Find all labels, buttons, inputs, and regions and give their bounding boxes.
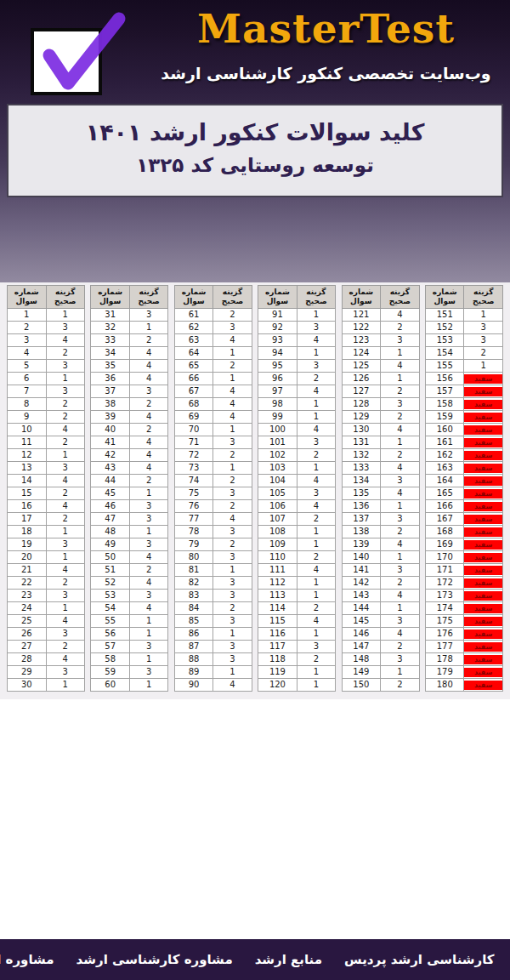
correct-option-cell: 3 xyxy=(46,666,85,679)
answer-row: 1241 xyxy=(342,347,419,360)
question-number-cell: 51 xyxy=(91,564,130,577)
question-number-cell: 10 xyxy=(8,424,47,436)
correct-option-cell: 1 xyxy=(213,666,252,679)
question-number-cell: 70 xyxy=(174,424,213,436)
question-number-cell: 27 xyxy=(8,641,47,653)
question-number-cell: 34 xyxy=(91,347,130,360)
question-number-cell: 175 xyxy=(425,615,464,628)
answer-row: 1044 xyxy=(258,475,336,487)
question-number-cell: 46 xyxy=(91,500,130,513)
question-number-cell: 74 xyxy=(174,475,213,487)
question-number-cell: 146 xyxy=(342,628,381,641)
correct-option-cell: 3 xyxy=(381,475,420,487)
answer-row: 170سفید xyxy=(425,551,502,564)
answer-row: 962 xyxy=(258,373,336,385)
question-number-cell: 61 xyxy=(174,309,213,322)
answer-row: 661 xyxy=(174,373,252,385)
answer-row: 1472 xyxy=(342,641,419,653)
correct-option-cell: 3 xyxy=(381,398,420,411)
question-number-cell: 62 xyxy=(174,322,213,334)
answer-row: 883 xyxy=(174,653,252,666)
correct-option-cell: 1 xyxy=(297,666,336,679)
correct-option-cell: سفید xyxy=(464,577,503,590)
question-number-cell: 141 xyxy=(342,564,381,577)
question-number-header: شماره سوال xyxy=(174,286,213,309)
question-number-cell: 79 xyxy=(174,538,213,551)
question-number-cell: 26 xyxy=(8,628,47,641)
question-number-cell: 113 xyxy=(258,590,298,602)
answer-row: 524 xyxy=(91,577,168,590)
correct-option-cell: 2 xyxy=(129,475,168,487)
question-number-cell: 111 xyxy=(258,564,298,577)
footer-link-moshavere-arshad[interactable]: مشاوره کارشناسی ارشد xyxy=(76,952,233,967)
correct-option-cell: 2 xyxy=(129,334,168,347)
answer-row: 164سفید xyxy=(425,475,502,487)
answer-row: 180سفید xyxy=(425,679,502,692)
question-number-cell: 18 xyxy=(8,526,47,538)
correct-option-cell: 2 xyxy=(213,602,252,615)
question-number-cell: 40 xyxy=(91,424,130,436)
answer-row: 166سفید xyxy=(425,500,502,513)
answer-row: 172 xyxy=(8,513,85,526)
answer-row: 1434 xyxy=(342,590,419,602)
correct-option-cell: سفید xyxy=(464,564,503,577)
correct-option-cell: 1 xyxy=(129,615,168,628)
question-number-cell: 83 xyxy=(174,590,213,602)
correct-option-cell: 3 xyxy=(129,385,168,398)
answer-row: 1222 xyxy=(342,322,419,334)
correct-option-cell: 4 xyxy=(381,462,420,475)
question-number-cell: 135 xyxy=(342,487,381,500)
correct-option-cell: 4 xyxy=(381,309,420,322)
correct-option-cell: سفید xyxy=(464,602,503,615)
answer-row: 73 xyxy=(8,385,85,398)
question-number-cell: 9 xyxy=(8,411,47,424)
answer-row: 82 xyxy=(8,398,85,411)
question-number-header: شماره سوال xyxy=(258,286,298,309)
question-number-cell: 54 xyxy=(91,602,130,615)
question-number-cell: 64 xyxy=(174,347,213,360)
footer-link-manabe-arshad[interactable]: منابع ارشد xyxy=(255,952,322,967)
question-number-cell: 172 xyxy=(425,577,464,590)
answer-row: 414 xyxy=(91,436,168,449)
question-number-cell: 42 xyxy=(91,449,130,462)
question-number-cell: 87 xyxy=(174,641,213,653)
correct-option-cell: 3 xyxy=(46,590,85,602)
question-number-cell: 72 xyxy=(174,449,213,462)
correct-option-cell: 4 xyxy=(297,334,336,347)
question-number-cell: 153 xyxy=(425,334,464,347)
correct-option-cell: سفید xyxy=(464,449,503,462)
correct-option-cell: 2 xyxy=(46,398,85,411)
answer-row: 167سفید xyxy=(425,513,502,526)
answer-row: 1191 xyxy=(258,666,336,679)
blank-answer-badge: سفید xyxy=(464,553,502,562)
question-number-cell: 121 xyxy=(342,309,381,322)
correct-option-cell: سفید xyxy=(464,615,503,628)
answer-row: 1131 xyxy=(258,590,336,602)
footer-link-arshad-pardis[interactable]: کارشناسی ارشد پردیس xyxy=(344,952,495,967)
blank-answer-badge: سفید xyxy=(464,438,502,447)
question-number-cell: 164 xyxy=(425,475,464,487)
question-number-cell: 125 xyxy=(342,360,381,373)
question-number-cell: 25 xyxy=(8,615,47,628)
answer-row: 162سفید xyxy=(425,449,502,462)
blank-answer-badge: سفید xyxy=(464,464,502,473)
correct-option-cell: 2 xyxy=(46,411,85,424)
answer-row: 1102 xyxy=(258,551,336,564)
correct-option-cell: 3 xyxy=(297,322,336,334)
correct-option-cell: 3 xyxy=(46,462,85,475)
answer-row: 53 xyxy=(8,360,85,373)
question-number-cell: 73 xyxy=(174,462,213,475)
answer-row: 159سفید xyxy=(425,411,502,424)
answer-row: 504 xyxy=(91,551,168,564)
correct-option-cell: 4 xyxy=(213,334,252,347)
correct-option-cell: سفید xyxy=(464,462,503,475)
answer-row: 263 xyxy=(8,628,85,641)
site-logo[interactable] xyxy=(27,9,129,102)
answer-row: 1533 xyxy=(425,334,502,347)
answer-row: 373 xyxy=(91,385,168,398)
question-number-cell: 126 xyxy=(342,373,381,385)
footer-link-entekhab-reshte[interactable]: مشاوره انتخاب رشته ارشد xyxy=(0,952,54,967)
question-number-cell: 56 xyxy=(91,628,130,641)
answer-row: 214 xyxy=(8,564,85,577)
correct-option-cell: 2 xyxy=(381,641,420,653)
